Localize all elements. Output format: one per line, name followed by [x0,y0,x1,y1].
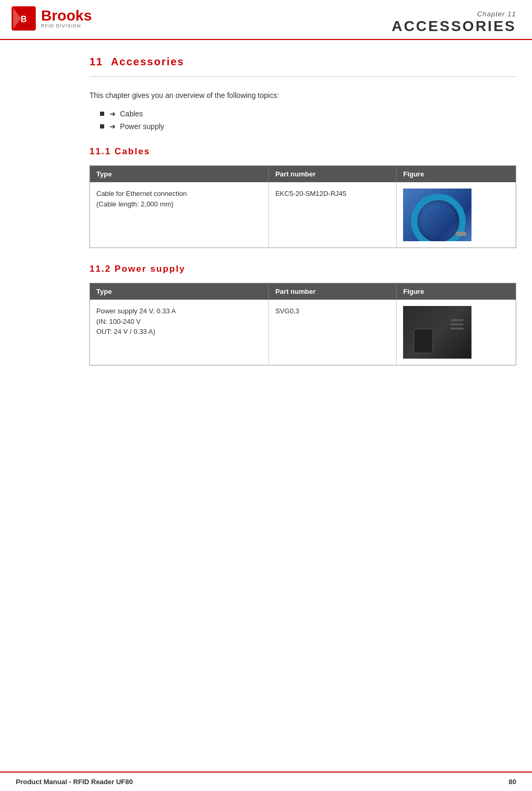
power-image [403,306,471,359]
logo-text: Brooks RFID DIVISION [41,8,92,28]
table-header-row: Type Part number Figure [90,283,516,300]
power-figure-cell [397,300,516,365]
power-type-cell: Power supply 24 V, 0.33 A(IN: 100-240 VO… [90,300,269,365]
chapter-title: Accessories [392,18,516,35]
list-item: ➜ Power supply [100,122,516,131]
list-item-label: Power supply [120,122,164,131]
cable-image [403,189,471,241]
col-header-figure: Figure [397,166,516,183]
col-header-type: Type [90,166,269,183]
logo-box: B Brooks RFID DIVISION [11,5,92,32]
chapter-label: Chapter 11 [477,10,516,18]
col-header-part: Part number [269,283,397,300]
bullet-icon [100,112,104,116]
col-header-figure: Figure [397,283,516,300]
list-item-label: Cables [120,110,143,118]
bullet-icon [100,124,104,128]
main-content: 11 Accessories This chapter gives you an… [0,40,532,397]
main-section-title: 11 Accessories [89,56,516,68]
arrow-icon: ➜ [109,110,116,118]
cable-figure-cell [397,182,516,248]
topic-list: ➜ Cables ➜ Power supply [89,110,516,131]
footer-page-number: 80 [509,778,516,786]
intro-text: This chapter gives you an overview of th… [89,90,516,101]
subsection-title-cables: 11.1 Cables [89,146,516,157]
brooks-logo-icon: B [11,5,37,32]
section-divider [89,76,516,77]
logo-subtitle: RFID DIVISION [41,23,92,28]
table-row: Power supply 24 V, 0.33 A(IN: 100-240 VO… [90,300,516,365]
footer-product-name: Product Manual - RFID Reader UF80 [16,778,133,786]
list-item: ➜ Cables [100,110,516,118]
cable-part-cell: EKC5-20-SM12D-RJ45 [269,182,397,248]
cables-table: Type Part number Figure Cable for Ethern… [89,165,516,248]
table-header-row: Type Part number Figure [90,166,516,183]
page-header: B Brooks RFID DIVISION Chapter 11 Access… [0,0,532,40]
cable-type-cell: Cable for Ethernet connection(Cable leng… [90,182,269,248]
table-row: Cable for Ethernet connection(Cable leng… [90,182,516,248]
power-part-cell: SVG0,3 [269,300,397,365]
page-footer: Product Manual - RFID Reader UF80 80 [0,772,532,791]
svg-text:B: B [21,15,27,24]
header-right: Chapter 11 Accessories [147,0,532,37]
col-header-type: Type [90,283,269,300]
col-header-part: Part number [269,166,397,183]
power-table: Type Part number Figure Power supply 24 … [89,283,516,365]
subsection-title-power: 11.2 Power supply [89,264,516,274]
logo-company-name: Brooks [41,8,92,23]
arrow-icon: ➜ [109,122,116,131]
logo-area: B Brooks RFID DIVISION [0,0,147,37]
